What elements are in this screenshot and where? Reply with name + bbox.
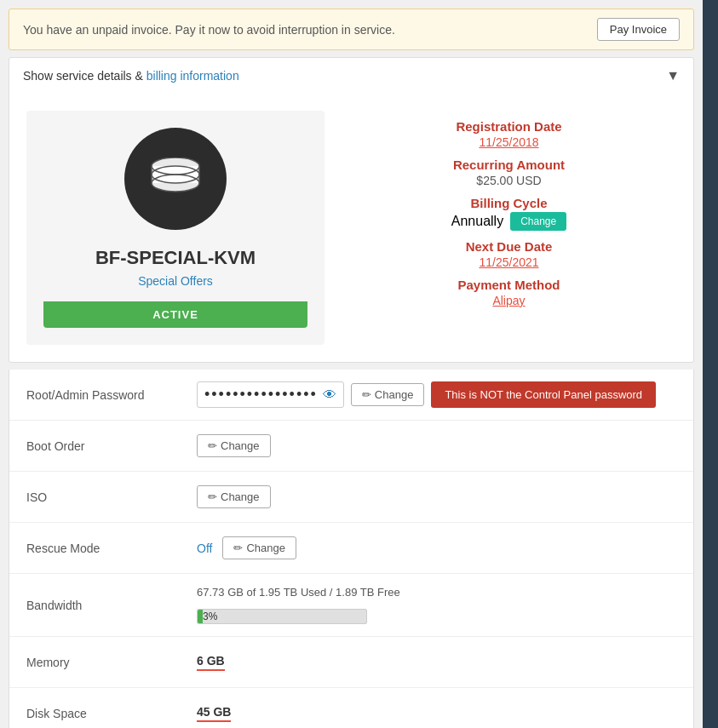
billing-info-link[interactable]: billing information xyxy=(146,69,239,83)
alipay-link[interactable]: Alipay xyxy=(492,294,525,307)
password-change-button[interactable]: ✏ Change xyxy=(351,383,425,406)
rescue-mode-row: Rescue Mode Off ✏ Change xyxy=(9,523,693,574)
bandwidth-percent-label: 3% xyxy=(203,610,217,622)
boot-order-row: Boot Order ✏ Change xyxy=(9,421,693,472)
boot-order-change-button[interactable]: ✏ Change xyxy=(197,434,271,457)
rescue-mode-value-area: Off ✏ Change xyxy=(197,536,676,559)
iso-label: ISO xyxy=(26,490,197,504)
pencil-icon: ✏ xyxy=(208,439,217,452)
payment-method-label: Payment Method xyxy=(342,278,676,292)
bandwidth-row: Bandwidth 67.73 GB of 1.95 TB Used / 1.8… xyxy=(9,574,693,637)
recurring-amount-label: Recurring Amount xyxy=(342,158,676,172)
bandwidth-label: Bandwidth xyxy=(26,599,197,612)
memory-value-area: 6 GB xyxy=(197,654,676,671)
service-details-content: BF-SPECIAL-KVM Special Offers ACTIVE Reg… xyxy=(9,94,693,362)
registration-date-value: 11/25/2018 xyxy=(342,135,676,149)
dropdown-label: Show service details & billing informati… xyxy=(23,69,239,83)
iso-change-button[interactable]: ✏ Change xyxy=(197,485,271,508)
iso-row: ISO ✏ Change xyxy=(9,472,693,523)
rescue-mode-change-button[interactable]: ✏ Change xyxy=(222,536,296,559)
details-panel: Root/Admin Password •••••••••••••••• 👁 ✏… xyxy=(9,370,694,728)
memory-row: Memory 6 GB xyxy=(9,637,693,688)
billing-info-panel: Registration Date 11/25/2018 Recurring A… xyxy=(342,111,676,345)
service-status-badge: ACTIVE xyxy=(43,301,307,328)
eye-icon[interactable]: 👁 xyxy=(323,387,336,403)
payment-method-value: Alipay xyxy=(342,294,676,307)
boot-order-label: Boot Order xyxy=(26,439,197,453)
billing-cycle-change-button[interactable]: Change xyxy=(510,212,566,231)
service-name: BF-SPECIAL-KVM xyxy=(43,247,307,269)
bandwidth-used-text: 67.73 GB of 1.95 TB Used / 1.89 TB Free xyxy=(197,586,400,599)
billing-cycle-value: Annually xyxy=(451,214,503,229)
service-dropdown-header[interactable]: Show service details & billing informati… xyxy=(9,58,693,94)
pencil-icon: ✏ xyxy=(208,490,217,503)
notification-banner: You have an unpaid invoice. Pay it now t… xyxy=(9,9,694,50)
service-card: BF-SPECIAL-KVM Special Offers ACTIVE xyxy=(26,111,325,345)
password-dots: •••••••••••••••• xyxy=(204,386,318,404)
disk-space-value-area: 45 GB xyxy=(197,705,676,722)
scrollbar[interactable] xyxy=(703,0,718,728)
password-value-area: •••••••••••••••• 👁 ✏ Change This is NOT … xyxy=(197,381,676,408)
password-row: Root/Admin Password •••••••••••••••• 👁 ✏… xyxy=(9,370,693,421)
rescue-mode-status: Off xyxy=(197,542,212,555)
pencil-icon: ✏ xyxy=(233,542,243,554)
disk-space-row: Disk Space 45 GB xyxy=(9,688,693,728)
service-type: Special Offers xyxy=(43,274,307,288)
database-icon xyxy=(150,158,201,200)
next-due-date-value: 11/25/2021 xyxy=(342,255,676,269)
pencil-icon: ✏ xyxy=(362,388,371,401)
next-due-date-label: Next Due Date xyxy=(342,239,676,254)
rescue-mode-label: Rescue Mode xyxy=(26,542,197,555)
not-control-panel-button[interactable]: This is NOT the Control Panel password xyxy=(431,381,656,408)
iso-value-area: ✏ Change xyxy=(197,485,676,508)
bandwidth-bar: 3% xyxy=(197,609,367,624)
password-input-wrap: •••••••••••••••• 👁 xyxy=(197,381,344,408)
recurring-amount-value: $25.00 USD xyxy=(342,174,676,187)
billing-cycle-row: Annually Change xyxy=(342,212,676,231)
bandwidth-value-area: 67.73 GB of 1.95 TB Used / 1.89 TB Free … xyxy=(197,586,676,624)
boot-order-value-area: ✏ Change xyxy=(197,434,676,457)
chevron-down-icon: ▼ xyxy=(666,68,680,83)
disk-space-value: 45 GB xyxy=(197,705,231,722)
memory-label: Memory xyxy=(26,656,197,669)
disk-space-label: Disk Space xyxy=(26,707,197,720)
password-label: Root/Admin Password xyxy=(26,388,197,402)
memory-value: 6 GB xyxy=(197,654,225,671)
notification-message: You have an unpaid invoice. Pay it now t… xyxy=(23,23,395,37)
billing-cycle-label: Billing Cycle xyxy=(342,196,676,210)
service-icon-circle xyxy=(124,128,227,230)
service-dropdown[interactable]: Show service details & billing informati… xyxy=(9,57,694,363)
registration-date-label: Registration Date xyxy=(342,119,676,134)
pay-invoice-button[interactable]: Pay Invoice xyxy=(597,18,680,41)
